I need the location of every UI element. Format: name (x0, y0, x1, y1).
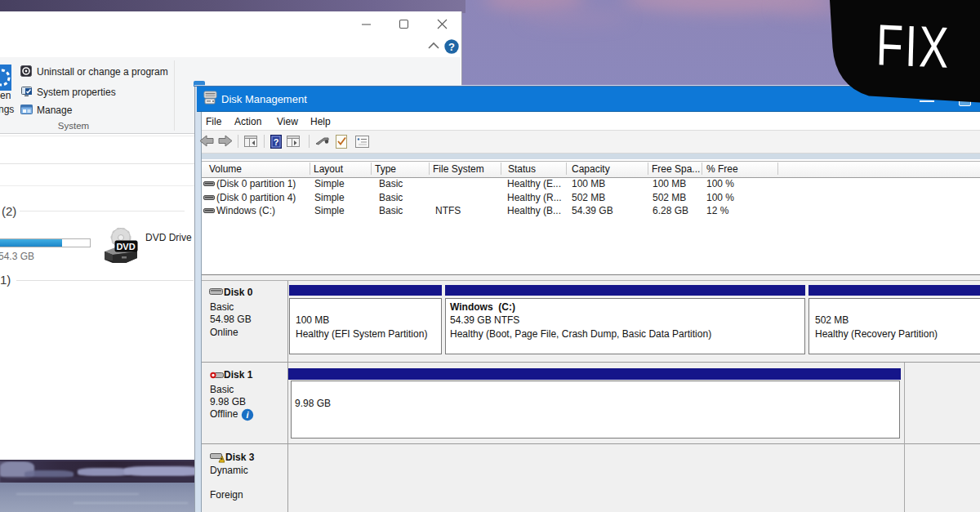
svg-text:?: ? (274, 137, 279, 147)
svg-text:?: ? (448, 41, 455, 53)
svg-text:DVD: DVD (116, 242, 135, 252)
